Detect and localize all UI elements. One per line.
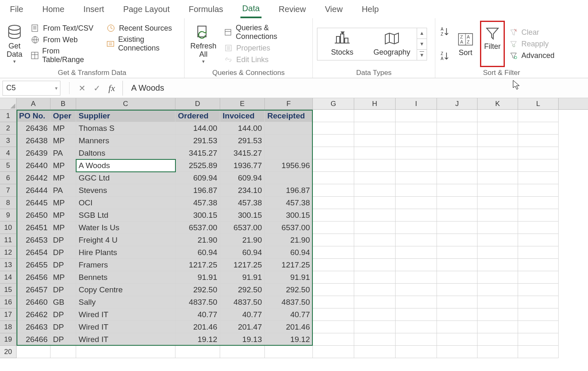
cell-I18[interactable] bbox=[396, 321, 437, 333]
cell-L18[interactable] bbox=[518, 321, 559, 333]
cell-F4[interactable] bbox=[265, 147, 313, 159]
cell-K16[interactable] bbox=[478, 296, 518, 308]
cell-A1[interactable]: PO No. bbox=[17, 110, 50, 122]
geography-button[interactable]: Geography bbox=[367, 28, 417, 60]
stocks-button[interactable]: Stocks bbox=[317, 28, 367, 60]
cell-F7[interactable]: 196.87 bbox=[265, 184, 313, 197]
cell-L6[interactable] bbox=[518, 172, 559, 184]
cell-G9[interactable] bbox=[313, 209, 354, 222]
row-header-2[interactable]: 2 bbox=[0, 122, 17, 135]
row-header-7[interactable]: 7 bbox=[0, 184, 17, 197]
cell-J18[interactable] bbox=[437, 321, 478, 333]
cell-D15[interactable]: 292.50 bbox=[175, 284, 220, 296]
cell-J6[interactable] bbox=[437, 172, 478, 184]
row-header-6[interactable]: 6 bbox=[0, 172, 17, 184]
cell-H13[interactable] bbox=[354, 259, 396, 271]
column-header-L[interactable]: L bbox=[518, 98, 559, 109]
cell-B4[interactable]: PA bbox=[50, 147, 76, 159]
cell-G2[interactable] bbox=[313, 122, 354, 135]
cell-F10[interactable]: 6537.00 bbox=[265, 222, 313, 234]
cell-I1[interactable] bbox=[396, 110, 437, 122]
filter-button[interactable]: Filter bbox=[482, 23, 503, 53]
tab-insert[interactable]: Insert bbox=[82, 1, 106, 17]
cell-D4[interactable]: 3415.27 bbox=[175, 147, 220, 159]
cell-J9[interactable] bbox=[437, 209, 478, 222]
cell-L15[interactable] bbox=[518, 284, 559, 296]
cell-J2[interactable] bbox=[437, 122, 478, 135]
sort-button[interactable]: ZAAZ Sort bbox=[455, 21, 476, 67]
cell-F19[interactable]: 19.12 bbox=[265, 333, 313, 346]
cell-H2[interactable] bbox=[354, 122, 396, 135]
refresh-all-button[interactable]: Refresh All ▼ bbox=[189, 21, 218, 67]
cell-D16[interactable]: 4837.50 bbox=[175, 296, 220, 308]
cell-G5[interactable] bbox=[313, 159, 354, 172]
gallery-down-button[interactable]: ▼ bbox=[417, 39, 427, 50]
cell-C13[interactable]: Framers bbox=[76, 259, 175, 271]
cell-C8[interactable]: OCI bbox=[76, 197, 175, 209]
cell-C4[interactable]: Daltons bbox=[76, 147, 175, 159]
cell-B16[interactable]: GB bbox=[50, 296, 76, 308]
cell-C14[interactable]: Bennets bbox=[76, 271, 175, 284]
cell-B17[interactable]: DP bbox=[50, 308, 76, 321]
cell-E10[interactable]: 6537.00 bbox=[220, 222, 265, 234]
cell-D8[interactable]: 457.38 bbox=[175, 197, 220, 209]
column-header-F[interactable]: F bbox=[265, 98, 313, 109]
cell-D18[interactable]: 201.46 bbox=[175, 321, 220, 333]
row-header-1[interactable]: 1 bbox=[0, 110, 17, 122]
cell-G20[interactable] bbox=[313, 346, 354, 358]
cell-F14[interactable]: 91.91 bbox=[265, 271, 313, 284]
cell-A10[interactable]: 26451 bbox=[17, 222, 50, 234]
cell-G17[interactable] bbox=[313, 308, 354, 321]
cell-K19[interactable] bbox=[478, 333, 518, 346]
cell-K2[interactable] bbox=[478, 122, 518, 135]
column-header-C[interactable]: C bbox=[76, 98, 175, 109]
cell-F11[interactable]: 21.90 bbox=[265, 234, 313, 246]
cell-I5[interactable] bbox=[396, 159, 437, 172]
cell-J13[interactable] bbox=[437, 259, 478, 271]
cell-K15[interactable] bbox=[478, 284, 518, 296]
cell-C5[interactable]: A Woods bbox=[76, 159, 175, 172]
tab-review[interactable]: Review bbox=[277, 1, 308, 17]
cell-L12[interactable] bbox=[518, 246, 559, 259]
row-header-8[interactable]: 8 bbox=[0, 197, 17, 209]
tab-help[interactable]: Help bbox=[360, 1, 380, 17]
from-table-range-button[interactable]: From Table/Range bbox=[31, 47, 96, 64]
gallery-up-button[interactable]: ▲ bbox=[417, 28, 427, 39]
cell-B2[interactable]: MP bbox=[50, 122, 76, 135]
cell-D17[interactable]: 40.77 bbox=[175, 308, 220, 321]
cell-L2[interactable] bbox=[518, 122, 559, 135]
cell-H5[interactable] bbox=[354, 159, 396, 172]
column-header-J[interactable]: J bbox=[437, 98, 478, 109]
cell-G1[interactable] bbox=[313, 110, 354, 122]
recent-sources-button[interactable]: Recent Sources bbox=[106, 24, 180, 33]
cell-H10[interactable] bbox=[354, 222, 396, 234]
cell-D10[interactable]: 6537.00 bbox=[175, 222, 220, 234]
cell-C17[interactable]: Wired IT bbox=[76, 308, 175, 321]
cell-J15[interactable] bbox=[437, 284, 478, 296]
cell-L7[interactable] bbox=[518, 184, 559, 197]
cell-K11[interactable] bbox=[478, 234, 518, 246]
cell-G10[interactable] bbox=[313, 222, 354, 234]
cell-E15[interactable]: 292.50 bbox=[220, 284, 265, 296]
cell-D12[interactable]: 60.94 bbox=[175, 246, 220, 259]
cell-A3[interactable]: 26438 bbox=[17, 135, 50, 147]
cell-G4[interactable] bbox=[313, 147, 354, 159]
cell-I3[interactable] bbox=[396, 135, 437, 147]
cell-L5[interactable] bbox=[518, 159, 559, 172]
cell-B11[interactable]: DP bbox=[50, 234, 76, 246]
cell-J12[interactable] bbox=[437, 246, 478, 259]
cell-K7[interactable] bbox=[478, 184, 518, 197]
cell-I20[interactable] bbox=[396, 346, 437, 358]
tab-view[interactable]: View bbox=[323, 1, 344, 17]
cell-B12[interactable]: DP bbox=[50, 246, 76, 259]
cell-I4[interactable] bbox=[396, 147, 437, 159]
cell-C7[interactable]: Stevens bbox=[76, 184, 175, 197]
cell-G8[interactable] bbox=[313, 197, 354, 209]
existing-connections-button[interactable]: Existing Connections bbox=[106, 35, 180, 53]
cell-J4[interactable] bbox=[437, 147, 478, 159]
cell-F5[interactable]: 1956.96 bbox=[265, 159, 313, 172]
cell-K9[interactable] bbox=[478, 209, 518, 222]
cell-G6[interactable] bbox=[313, 172, 354, 184]
cell-F13[interactable]: 1217.25 bbox=[265, 259, 313, 271]
cell-E4[interactable]: 3415.27 bbox=[220, 147, 265, 159]
